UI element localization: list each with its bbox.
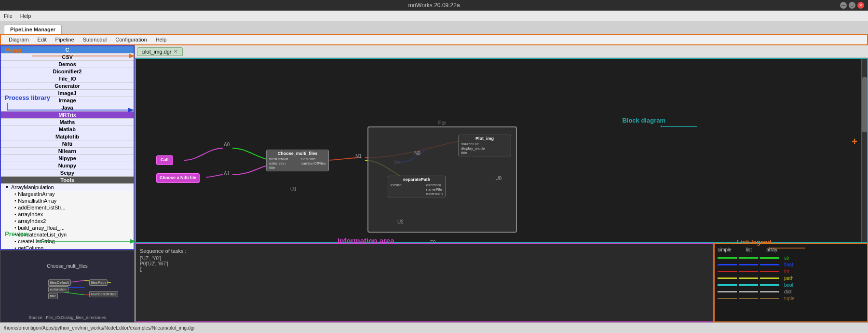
node-plot-img[interactable]: Plot_img sourceFile display_mode title xyxy=(458,135,511,156)
menu-file[interactable]: File xyxy=(4,13,13,19)
preview-node-extension: extension xyxy=(48,286,68,292)
port-title: title xyxy=(269,166,288,170)
label-u2: U2 xyxy=(397,219,404,224)
line-float-list xyxy=(739,264,758,265)
leaf-concatenate[interactable]: ▪concatenateList_dyn xyxy=(1,231,134,238)
line-str-list xyxy=(739,257,758,259)
link-legend: simple list array str xyxy=(714,243,868,322)
line-bool-array xyxy=(760,284,779,286)
legend-headers: simple list array xyxy=(718,247,864,252)
menu-help[interactable]: Help xyxy=(20,13,31,19)
leaf-arrayindex2[interactable]: ▪arrayIndex2 xyxy=(1,218,134,224)
category-maths[interactable]: Maths xyxy=(1,119,134,126)
right-area: plot_img.dgr ✕ + xyxy=(135,45,868,322)
vertical-scrollbar[interactable] xyxy=(861,59,867,242)
submenu-configuration[interactable]: Configuration xyxy=(111,36,150,43)
diagram-tab-bar: plot_img.dgr ✕ xyxy=(135,45,868,58)
submenu-help[interactable]: Help xyxy=(152,36,171,43)
close-button[interactable]: ✕ xyxy=(857,2,864,9)
preview-panel: Choose_multi_files filesDefault extensio… xyxy=(0,250,135,322)
node-choose-multi-files[interactable]: Choose_multi_files filesDefault extensio… xyxy=(266,150,329,171)
port-filepath: filesPath xyxy=(301,157,326,161)
line-dict-array xyxy=(760,291,779,292)
category-c[interactable]: C xyxy=(1,46,134,54)
diagram-tab-plot-img[interactable]: plot_img.dgr ✕ xyxy=(137,47,183,56)
category-csv[interactable]: CSV xyxy=(1,54,134,61)
leaf-buildarray[interactable]: ▪build_array_float_... xyxy=(1,224,134,231)
category-imagej[interactable]: ImageJ xyxy=(1,90,134,97)
leaf-createlist[interactable]: ▪createListString xyxy=(1,238,134,245)
library-tree[interactable]: C CSV Demos Dicomifier2 File_IO Generato… xyxy=(0,45,135,250)
category-java[interactable]: Java xyxy=(1,104,134,111)
category-nifti[interactable]: Nifti xyxy=(1,140,134,148)
submenu-submodul[interactable]: Submodul xyxy=(79,36,111,43)
legend-array: array xyxy=(766,247,777,252)
menu-bar: File Help xyxy=(0,11,868,21)
scrollbar-thumb[interactable] xyxy=(862,77,867,132)
line-tuple-simple xyxy=(718,298,737,299)
leaf-addelement[interactable]: ▪addElementListStr... xyxy=(1,204,134,211)
add-node-button[interactable]: + xyxy=(852,136,857,147)
preview-source: Source : File_IO.Dialog_files_directorie… xyxy=(0,315,134,320)
label-a0: A0 xyxy=(224,142,230,147)
legend-row-path: path xyxy=(718,276,864,281)
legend-simple: simple xyxy=(718,247,732,252)
node-choose-nifti[interactable]: Choose a Nifti file xyxy=(156,173,200,183)
line-float-array xyxy=(760,264,779,265)
node-call[interactable]: Call xyxy=(156,155,173,165)
port-numfiles: numberOfFiles xyxy=(301,161,326,166)
category-matplotib[interactable]: Matplotib xyxy=(1,133,134,140)
legend-label-tuple: tuple xyxy=(784,296,795,301)
category-nipype[interactable]: Nipype xyxy=(1,155,134,162)
category-irmage[interactable]: Irmage xyxy=(1,97,134,104)
legend-list: list xyxy=(746,247,752,252)
block-diagram[interactable]: + xyxy=(135,58,868,243)
category-demos[interactable]: Demos xyxy=(1,61,134,68)
port-extension: extension xyxy=(269,161,288,166)
submenu-edit[interactable]: Edit xyxy=(34,36,51,43)
status-bar: /home/omontigon/Apps/python_env/mri_work… xyxy=(0,322,868,333)
window-controls[interactable]: — □ ✕ xyxy=(840,2,864,9)
left-panel: C CSV Demos Dicomifier2 File_IO Generato… xyxy=(0,45,135,322)
category-scipy[interactable]: Scipy xyxy=(1,169,134,177)
category-matlab[interactable]: Matlab xyxy=(1,126,134,133)
leaf-nsmallist[interactable]: ▪NsmallistInArray xyxy=(1,197,134,204)
category-generator[interactable]: Generator xyxy=(1,83,134,90)
submenu-pipeline[interactable]: Pipeline xyxy=(52,36,78,43)
line-dict-list xyxy=(739,291,758,292)
line-tuple-list xyxy=(739,298,758,299)
line-int-simple xyxy=(718,271,737,272)
preview-diagram: filesDefault extension title filesPath n… xyxy=(22,271,113,309)
leaf-nlargest[interactable]: ▪NlargestInArray xyxy=(1,191,134,197)
port-display-mode: display_mode xyxy=(461,146,508,151)
legend-label-str: str xyxy=(784,255,789,261)
node-separate-path[interactable]: separatePath inPath directory nameFile e… xyxy=(388,176,446,197)
group-array-manipulation[interactable]: ▼ ArrayManipulation xyxy=(1,184,134,191)
window: mriWorks 20.09.22a — □ ✕ File Help PipeL… xyxy=(0,0,868,333)
title-bar: mriWorks 20.09.22a — □ ✕ xyxy=(0,0,868,11)
leaf-arrayindex[interactable]: ▪arrayIndex xyxy=(1,211,134,218)
tab-pipeline-manager[interactable]: PipeLine Manager xyxy=(4,25,62,34)
category-mrtrix[interactable]: MRTrix xyxy=(1,111,134,119)
category-numpy[interactable]: Numpy xyxy=(1,162,134,169)
category-file-io[interactable]: File_IO xyxy=(1,75,134,83)
category-tools[interactable]: Tools xyxy=(1,177,134,184)
port-directory: directory xyxy=(426,183,443,187)
port-inpath: inPath xyxy=(391,183,402,187)
category-nilearn[interactable]: Nilearn xyxy=(1,148,134,155)
diagram-tab-close[interactable]: ✕ xyxy=(174,49,177,54)
submenu-diagram[interactable]: Diagram xyxy=(5,36,33,43)
minimize-button[interactable]: — xyxy=(840,2,847,9)
line-path-array xyxy=(760,278,779,279)
leaf-getcolumn[interactable]: ▪getColumn xyxy=(1,245,134,250)
tab-bar: PipeLine Manager xyxy=(0,21,868,34)
maximize-button[interactable]: □ xyxy=(849,2,855,9)
tab-label: PipeLine Manager xyxy=(10,27,55,32)
for-label: For xyxy=(438,120,447,125)
legend-label-dict: dict xyxy=(784,289,792,294)
sub-menu-bar: Diagram Edit Pipeline Submodul Configura… xyxy=(0,34,868,45)
port-sourcefile: sourceFile xyxy=(461,142,508,146)
line-bool-simple xyxy=(718,284,737,286)
legend-row-float: float xyxy=(718,262,864,267)
category-dicomifier2[interactable]: Dicomifier2 xyxy=(1,68,134,75)
